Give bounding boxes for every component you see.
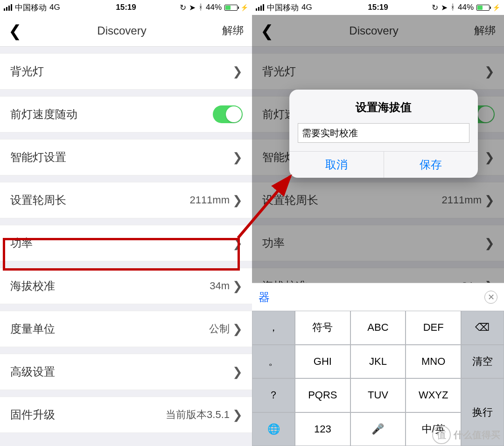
row-label: 前灯速度随动 [10, 107, 213, 122]
right-screenshot: 中国移动 4G 15:19 ↻ ➤ ᚼ 44% ⚡ ❮ Discovery 解绑… [252, 0, 504, 446]
chevron-right-icon: ❯ [232, 366, 243, 378]
key-mno[interactable]: MNO [406, 345, 461, 379]
dialog-title: 设置海拔值 [289, 90, 478, 123]
watermark-text: 什么值得买 [454, 429, 500, 441]
watermark-icon: 值 [432, 425, 451, 444]
row-wheel-circumference[interactable]: 设置轮周长 2111mm ❯ [0, 182, 252, 218]
chevron-right-icon: ❯ [232, 409, 243, 421]
row-value: 当前版本3.5.1 [166, 408, 230, 422]
key-period[interactable]: 。 [252, 345, 295, 379]
back-button[interactable]: ❮ [8, 23, 21, 39]
row-backlight[interactable]: 背光灯 ❯ [0, 53, 252, 90]
watermark: 值 什么值得买 [432, 425, 500, 444]
row-value: 2111mm [189, 194, 230, 206]
chevron-right-icon: ❯ [232, 237, 243, 249]
toggle-switch-on[interactable] [213, 105, 243, 123]
settings-list: 背光灯 ❯ 前灯速度随动 智能灯设置 ❯ 设置轮周长 2111mm ❯ 功率 [0, 47, 252, 433]
key-jkl[interactable]: JKL [350, 345, 406, 379]
candidate-bar: 器 ✕ [252, 283, 504, 311]
row-altitude-calibration[interactable]: 海拔校准 34m ❯ [0, 268, 252, 304]
row-label: 设置轮周长 [10, 193, 189, 208]
row-label: 海拔校准 [10, 279, 210, 293]
nav-bar: ❮ Discovery 解绑 [0, 15, 252, 47]
row-label: 功率 [10, 236, 232, 251]
altitude-dialog: 设置海拔值 取消 保存 [289, 90, 478, 178]
row-label: 高级设置 [10, 364, 232, 379]
microphone-icon: 🎤 [371, 423, 384, 435]
battery-icon [224, 5, 238, 11]
battery-icon [476, 5, 490, 11]
left-screenshot: 中国移动 4G 15:19 ↻ ➤ ᚼ 44% ⚡ ❮ Discovery 解绑… [0, 0, 252, 446]
clock-label: 15:19 [252, 3, 504, 12]
key-question[interactable]: ？ [252, 378, 295, 412]
key-comma[interactable]: ， [252, 311, 295, 345]
save-button[interactable]: 保存 [384, 152, 478, 178]
chevron-right-icon: ❯ [232, 151, 243, 163]
row-firmware[interactable]: 固件升级 当前版本3.5.1 ❯ [0, 397, 252, 433]
row-value: 公制 [209, 322, 230, 336]
status-bar: 中国移动 4G 15:19 ↻ ➤ ᚼ 44% ⚡ [0, 0, 252, 15]
key-backspace[interactable]: ⌫ [461, 311, 504, 345]
altitude-input[interactable] [298, 123, 469, 143]
row-label: 背光灯 [10, 64, 232, 79]
row-value: 34m [210, 280, 230, 292]
row-label: 度量单位 [10, 321, 209, 336]
status-bar: 中国移动 4G 15:19 ↻ ➤ ᚼ 44% ⚡ [252, 0, 504, 15]
row-power[interactable]: 功率 ❯ [0, 225, 252, 261]
row-units[interactable]: 度量单位 公制 ❯ [0, 311, 252, 347]
unbind-button[interactable]: 解绑 [222, 23, 244, 38]
key-voice[interactable]: 🎤 [350, 412, 406, 446]
clock-label: 15:19 [0, 3, 252, 12]
close-candidate-icon[interactable]: ✕ [484, 291, 497, 304]
chevron-right-icon: ❯ [232, 194, 243, 206]
key-clear[interactable]: 清空 [461, 345, 504, 379]
chevron-right-icon: ❯ [232, 65, 243, 77]
row-advanced[interactable]: 高级设置 ❯ [0, 354, 252, 390]
row-label: 智能灯设置 [10, 150, 232, 165]
key-wxyz[interactable]: WXYZ [406, 378, 461, 412]
candidate-word[interactable]: 器 [259, 290, 270, 305]
row-smart-light[interactable]: 智能灯设置 ❯ [0, 139, 252, 175]
cancel-button[interactable]: 取消 [289, 152, 384, 178]
key-def[interactable]: DEF [406, 311, 461, 345]
row-label: 固件升级 [10, 407, 166, 422]
key-123[interactable]: 123 [295, 412, 350, 446]
key-abc[interactable]: ABC [350, 311, 406, 345]
nav-title: Discovery [21, 24, 222, 37]
row-headlight-speed[interactable]: 前灯速度随动 [0, 96, 252, 132]
chevron-right-icon: ❯ [232, 280, 243, 292]
chevron-right-icon: ❯ [232, 323, 243, 335]
canvas: 中国移动 4G 15:19 ↻ ➤ ᚼ 44% ⚡ ❮ Discovery 解绑… [0, 0, 504, 446]
key-tuv[interactable]: TUV [350, 378, 406, 412]
key-pqrs[interactable]: PQRS [295, 378, 350, 412]
key-ghi[interactable]: GHI [295, 345, 350, 379]
key-globe[interactable]: 🌐 [252, 412, 295, 446]
backspace-icon: ⌫ [475, 321, 490, 334]
globe-icon: 🌐 [267, 423, 280, 435]
key-symbols[interactable]: 符号 [295, 311, 350, 345]
